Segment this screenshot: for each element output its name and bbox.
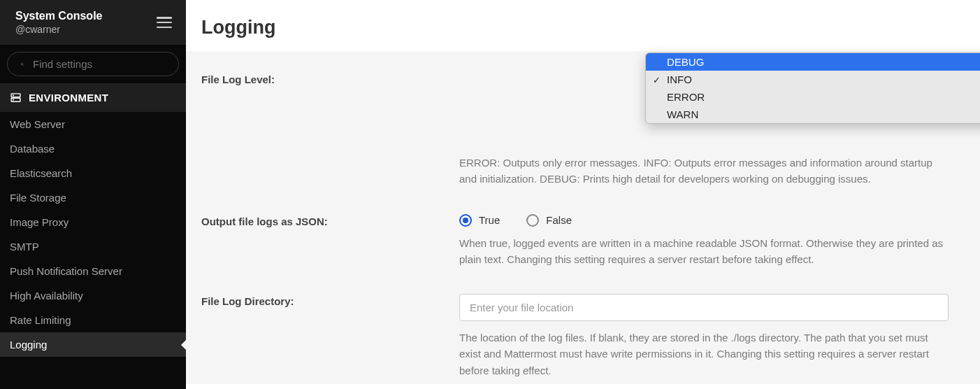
sidebar-item-label: Elasticsearch bbox=[10, 167, 72, 179]
sidebar-item-elasticsearch[interactable]: Elasticsearch bbox=[0, 161, 186, 185]
sidebar-item-label: File Storage bbox=[10, 192, 66, 204]
dropdown-option-label: DEBUG bbox=[667, 56, 704, 68]
section-label: ENVIRONMENT bbox=[29, 92, 108, 104]
sidebar-item-image-proxy[interactable]: Image Proxy bbox=[0, 210, 186, 234]
sidebar-item-push-notification-server[interactable]: Push Notification Server bbox=[0, 259, 186, 283]
radio-icon bbox=[459, 214, 472, 227]
sidebar-item-web-server[interactable]: Web Server bbox=[0, 112, 186, 136]
setting-label: Output file logs as JSON: bbox=[201, 214, 459, 268]
sidebar-items: Web Server Database Elasticsearch File S… bbox=[0, 112, 186, 389]
search-wrap bbox=[0, 45, 186, 83]
app-root: System Console @cwarner ENVIRONMENT Web … bbox=[0, 0, 980, 389]
dropdown-option-debug[interactable]: DEBUG bbox=[646, 53, 980, 71]
setting-label: File Log Level: bbox=[201, 72, 459, 188]
setting-output-json: Output file logs as JSON: True False Whe… bbox=[201, 214, 965, 268]
setting-label: File Log Directory: bbox=[201, 294, 459, 379]
dropdown-option-info[interactable]: ✓ INFO bbox=[646, 71, 980, 88]
sidebar-header-text: System Console @cwarner bbox=[15, 10, 102, 35]
search-icon bbox=[20, 59, 24, 70]
dropdown-option-label: ERROR bbox=[667, 91, 705, 103]
sidebar: System Console @cwarner ENVIRONMENT Web … bbox=[0, 0, 186, 389]
sidebar-item-file-storage[interactable]: File Storage bbox=[0, 185, 186, 210]
svg-point-3 bbox=[13, 99, 14, 100]
file-log-directory-input[interactable] bbox=[459, 294, 949, 321]
setting-control: True False When true, logged events are … bbox=[459, 214, 949, 268]
setting-control: The location of the log files. If blank,… bbox=[459, 294, 949, 379]
file-log-level-dropdown[interactable]: DEBUG ✓ INFO ERROR WARN bbox=[645, 52, 980, 124]
console-title: System Console bbox=[15, 10, 102, 22]
dropdown-option-label: INFO bbox=[667, 73, 692, 85]
dropdown-option-warn[interactable]: WARN bbox=[646, 106, 980, 123]
main-header: Logging bbox=[186, 0, 980, 51]
setting-file-log-directory: File Log Directory: The location of the … bbox=[201, 294, 965, 379]
console-user: @cwarner bbox=[15, 24, 102, 35]
sidebar-item-database[interactable]: Database bbox=[0, 136, 186, 161]
check-icon: ✓ bbox=[653, 74, 661, 85]
sidebar-item-label: Rate Limiting bbox=[10, 314, 71, 326]
dropdown-option-error[interactable]: ERROR bbox=[646, 88, 980, 106]
sidebar-item-logging[interactable]: Logging bbox=[0, 332, 186, 357]
sidebar-item-label: Database bbox=[10, 143, 55, 155]
sidebar-item-label: Push Notification Server bbox=[10, 265, 122, 277]
help-text: The location of the log files. If blank,… bbox=[459, 330, 949, 379]
radio-icon bbox=[526, 214, 539, 227]
sidebar-item-label: Web Server bbox=[10, 118, 65, 130]
radio-true[interactable]: True bbox=[459, 214, 500, 227]
radio-group: True False bbox=[459, 214, 949, 227]
section-header-environment[interactable]: ENVIRONMENT bbox=[0, 83, 186, 112]
sidebar-item-smtp[interactable]: SMTP bbox=[0, 234, 186, 259]
radio-false[interactable]: False bbox=[526, 214, 572, 227]
sidebar-header: System Console @cwarner bbox=[0, 0, 186, 45]
sidebar-item-high-availability[interactable]: High Availability bbox=[0, 283, 186, 308]
main: Logging File Log Level: ERROR: Outputs o… bbox=[186, 0, 980, 389]
sidebar-item-label: SMTP bbox=[10, 241, 39, 253]
help-text: When true, logged events are written in … bbox=[459, 235, 949, 268]
radio-label: True bbox=[479, 214, 500, 226]
page-title: Logging bbox=[201, 17, 965, 38]
sidebar-item-label: Image Proxy bbox=[10, 216, 69, 228]
sidebar-item-rate-limiting[interactable]: Rate Limiting bbox=[0, 308, 186, 332]
dropdown-option-label: WARN bbox=[667, 108, 698, 120]
search-box[interactable] bbox=[7, 52, 179, 76]
server-icon bbox=[10, 92, 22, 104]
search-input[interactable] bbox=[33, 58, 166, 70]
sidebar-item-label: Logging bbox=[10, 339, 47, 351]
svg-point-2 bbox=[13, 95, 14, 96]
radio-label: False bbox=[546, 214, 572, 226]
sidebar-item-label: High Availability bbox=[10, 290, 83, 302]
hamburger-icon[interactable] bbox=[157, 17, 172, 28]
